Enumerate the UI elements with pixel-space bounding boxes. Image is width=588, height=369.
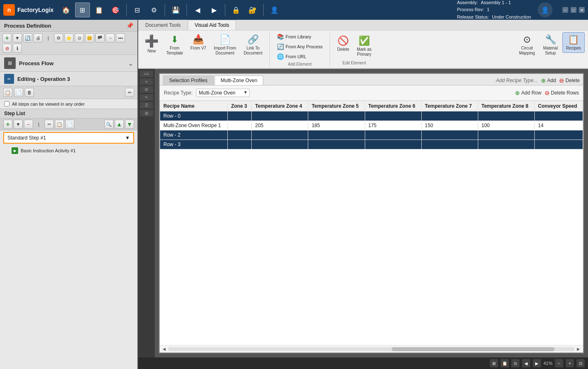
step-zoom-btn[interactable]: 🔍 <box>104 120 113 129</box>
from-library-button[interactable]: 📚 From Library <box>274 32 326 41</box>
status-icon-2[interactable]: 📋 <box>501 359 509 367</box>
person-button[interactable]: 👤 <box>267 2 282 17</box>
cell[interactable] <box>227 130 251 140</box>
scroll-track[interactable] <box>168 347 575 351</box>
status-icon-4[interactable]: ◀ <box>522 359 530 367</box>
tab-visual-aid-tools[interactable]: Visual Aid Tools <box>188 20 236 30</box>
more-btn[interactable]: ••• <box>116 33 125 43</box>
status-icon-1[interactable]: ⊞ <box>490 359 498 367</box>
cell[interactable] <box>252 130 308 140</box>
gear-btn[interactable]: ⚙ <box>54 33 63 43</box>
cell[interactable] <box>308 111 365 121</box>
add-row-button[interactable]: ⊕ Add Row <box>515 90 541 96</box>
cell[interactable]: Row - 3 <box>160 140 228 149</box>
link-document-button[interactable]: 🔗 Link ToDocument <box>241 32 265 66</box>
material-setup-button[interactable]: 🔧 MaterialSetup <box>539 32 562 58</box>
cell[interactable]: 150 <box>421 121 478 130</box>
forward-button[interactable]: ▶ <box>207 2 222 17</box>
cell[interactable] <box>534 130 583 140</box>
flag-btn[interactable]: 🏴 <box>95 33 104 43</box>
target-button[interactable]: 🎯 <box>108 2 123 17</box>
status-icon-5[interactable]: ▶ <box>533 359 541 367</box>
doc-side-item-3[interactable]: ⊞ <box>140 86 153 93</box>
doc-side-item-1[interactable]: AA <box>140 71 153 77</box>
new-button[interactable]: ➕ New <box>142 32 162 66</box>
import-document-button[interactable]: 📄 Import FromDocument <box>211 32 239 66</box>
step-copy2-btn[interactable]: 📋 <box>55 120 64 129</box>
step-remove-btn[interactable]: − <box>24 120 33 129</box>
table-row[interactable]: Row - 0 <box>160 111 583 121</box>
step-add-btn[interactable]: + <box>3 120 12 129</box>
step-item-1[interactable]: Standard Step #1 ▼ <box>3 132 134 144</box>
recipe-add-button[interactable]: ⊕ Add <box>541 77 556 84</box>
from-v7-button[interactable]: 📥 From V7 <box>188 32 209 66</box>
step-cut-btn[interactable]: ✂ <box>45 120 54 129</box>
recipe-delete-button[interactable]: ⊖ Delete <box>559 77 580 84</box>
from-any-process-button[interactable]: 🔄 From Any Process <box>274 42 326 51</box>
doc-side-item-4[interactable]: ✎ <box>140 94 153 101</box>
doc-side-item-6[interactable]: ▤ <box>140 110 153 116</box>
refresh-btn[interactable]: 🔄 <box>23 33 32 43</box>
status-icon-3[interactable]: ⊙ <box>511 359 520 367</box>
doc-side-item-2[interactable]: ≡ <box>140 78 153 85</box>
process-flow-dropdown[interactable]: ⌄ <box>128 59 133 67</box>
home-button[interactable]: 🏠 <box>59 2 73 17</box>
arrow-btn[interactable]: → <box>106 33 115 43</box>
cell[interactable] <box>478 130 534 140</box>
security-button[interactable]: 🔐 <box>245 2 260 17</box>
cell[interactable]: Multi-Zone Oven Recipe 1 <box>160 121 228 130</box>
cell[interactable]: 175 <box>365 121 421 130</box>
copy-btn[interactable]: 📋 <box>3 88 12 97</box>
from-url-button[interactable]: 🌐 From URL <box>274 52 326 61</box>
cell[interactable] <box>308 130 365 140</box>
table-row[interactable]: Multi-Zone Oven Recipe 1 205 185 175 150… <box>160 121 583 130</box>
from-template-button[interactable]: ⬇ FromTemplate <box>163 32 186 66</box>
scroll-right-arrow[interactable]: ▶ <box>576 346 581 352</box>
cell[interactable] <box>421 140 478 149</box>
info-btn[interactable]: ℹ <box>13 44 22 53</box>
zoom-out-btn[interactable]: − <box>555 359 563 367</box>
cell[interactable] <box>534 111 583 121</box>
circle-btn[interactable]: ⊙ <box>75 33 84 43</box>
lock-button[interactable]: 🔒 <box>229 2 243 17</box>
star-btn[interactable]: ⭐ <box>64 33 73 43</box>
stop-btn[interactable]: ⊘ <box>2 44 12 53</box>
recipes-button[interactable]: 📋 Recipes <box>562 32 585 53</box>
paste-btn[interactable]: 📄 <box>14 88 23 97</box>
cell[interactable]: Row - 0 <box>160 111 228 121</box>
zoom-in-btn[interactable]: + <box>566 359 574 367</box>
grid2-button[interactable]: ⊟ <box>130 2 145 17</box>
cell[interactable] <box>227 121 251 130</box>
minimize-button[interactable]: − <box>562 7 568 13</box>
cell[interactable] <box>308 140 365 149</box>
cell[interactable]: Row - 2 <box>160 130 228 140</box>
maximize-button[interactable]: □ <box>571 7 576 13</box>
back-button[interactable]: ◀ <box>190 2 205 17</box>
add-recipe-type-link[interactable]: Add Recipe Type... <box>496 78 538 83</box>
cell[interactable] <box>478 111 534 121</box>
step-down-btn[interactable]: ▼ <box>125 120 134 129</box>
step-dropdown-btn[interactable]: ▼ <box>14 120 23 129</box>
scroll-thumb[interactable] <box>392 347 554 351</box>
delete-button[interactable]: 🚫 Delete <box>334 33 352 59</box>
cell[interactable]: 185 <box>308 121 365 130</box>
cell[interactable] <box>252 111 308 121</box>
cell[interactable]: 14 <box>534 121 583 130</box>
all-steps-checkbox[interactable] <box>4 101 9 106</box>
mark-primary-button[interactable]: ✅ Mark asPrimary <box>354 33 375 59</box>
delete-rows-button[interactable]: ⊖ Delete Rows <box>545 90 579 96</box>
tab-document-tools[interactable]: Document Tools <box>138 20 188 30</box>
circuit-mapping-button[interactable]: ⊙ CircuitMapping <box>515 32 538 58</box>
fit-btn[interactable]: ⊡ <box>576 359 585 367</box>
cell[interactable] <box>252 140 308 149</box>
trash-btn[interactable]: 🗑 <box>25 88 34 97</box>
edit-step-btn[interactable]: ✏ <box>125 88 134 97</box>
cell[interactable] <box>421 111 478 121</box>
table-row[interactable]: Row - 2 <box>160 130 583 140</box>
recipe-type-dropdown[interactable]: Multi-Zone Oven ▼ <box>196 89 250 97</box>
user-button[interactable]: 👤 <box>538 2 553 17</box>
cell[interactable] <box>534 140 583 149</box>
cell[interactable]: 100 <box>478 121 534 130</box>
cell[interactable] <box>227 140 251 149</box>
cell[interactable]: 205 <box>252 121 308 130</box>
